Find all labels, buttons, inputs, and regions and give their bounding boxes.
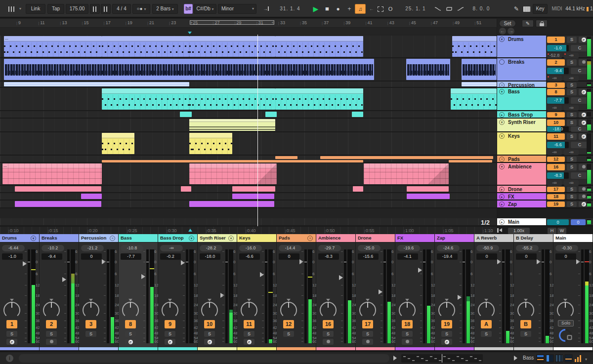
- fader-lane[interactable]: [186, 249, 188, 343]
- nudge-up-icon[interactable]: [101, 4, 111, 14]
- clip[interactable]: [189, 88, 275, 110]
- peak-level-display[interactable]: -0.30: [555, 245, 578, 251]
- main-pan-field[interactable]: 0: [571, 219, 586, 225]
- pan-knob[interactable]: [201, 302, 218, 319]
- solo-button[interactable]: S: [204, 331, 215, 337]
- track-header-synth-riser[interactable]: ▾Synth Riser10Se-18.0C: [497, 119, 593, 132]
- strip-name[interactable]: B Delay: [514, 234, 553, 242]
- pan-knob[interactable]: [162, 302, 178, 319]
- clip[interactable]: [352, 112, 363, 117]
- arrangement-position-display[interactable]: 31. 1. 4: [273, 4, 307, 14]
- fold-down-icon[interactable]: ▾: [499, 164, 505, 169]
- track-arm-number-button[interactable]: 2: [547, 59, 565, 66]
- clip[interactable]: [189, 36, 275, 57]
- fold-down-icon[interactable]: ▾: [499, 37, 505, 42]
- track-header-drone[interactable]: ▸Drone17S: [497, 186, 593, 193]
- volume-field[interactable]: -6.6: [239, 253, 260, 260]
- track-arm-number-button[interactable]: 8: [125, 320, 136, 328]
- track-arm-number-button[interactable]: 8: [547, 89, 565, 95]
- pan-field[interactable]: C: [571, 97, 589, 104]
- device-activator-button[interactable]: e: [6, 339, 17, 345]
- solo-button[interactable]: S: [402, 331, 413, 337]
- midi-clip-preview[interactable]: [401, 354, 483, 363]
- fader-lane[interactable]: [225, 249, 228, 343]
- solo-button[interactable]: S: [567, 82, 577, 88]
- clip[interactable]: [189, 133, 232, 154]
- fader-handle[interactable]: [141, 274, 145, 279]
- solo-button[interactable]: S: [46, 331, 57, 337]
- fold-play-icon[interactable]: ▸: [499, 202, 505, 207]
- mixer-strip-bass[interactable]: Bass-10.8-7.76061218243036424854608Se: [119, 234, 158, 352]
- fold-down-icon[interactable]: ▾: [499, 89, 505, 94]
- track-header-main[interactable]: ▸Main00: [497, 218, 593, 226]
- fold-down-icon[interactable]: ▾: [499, 120, 505, 125]
- solo-button[interactable]: S: [125, 331, 136, 337]
- loop-start-display[interactable]: 25. 1. 1: [399, 4, 432, 14]
- strip-name[interactable]: Bass Drop▾: [158, 234, 197, 242]
- track-arm-number-button[interactable]: 12: [283, 320, 294, 328]
- track-lane-ambience[interactable]: ...: [0, 163, 497, 186]
- time-ruler[interactable]: 0:100:150:200:250:300:350:400:450:500:55…: [0, 226, 497, 234]
- device-activator-button[interactable]: e: [441, 339, 452, 345]
- next-locator-icon[interactable]: →: [508, 28, 514, 35]
- track-arm-number-button[interactable]: 9: [547, 112, 565, 118]
- solo-button[interactable]: S: [481, 331, 492, 337]
- peak-level-display[interactable]: -25.0: [358, 245, 381, 251]
- track-arm-number-button[interactable]: 17: [362, 320, 373, 328]
- fader-lane[interactable]: [28, 249, 30, 343]
- solo-button[interactable]: S: [567, 202, 577, 207]
- prev-locator-icon[interactable]: ←: [499, 28, 506, 35]
- pan-knob[interactable]: [557, 302, 574, 319]
- mixer-strip-keys[interactable]: Keys-16.0-6.660612182430364248546011Se: [237, 234, 276, 352]
- fold-play-icon[interactable]: ▸: [499, 194, 505, 200]
- clip[interactable]: [275, 88, 363, 110]
- clip[interactable]: ...: [2, 163, 102, 184]
- track-arm-number-button[interactable]: 18: [547, 194, 565, 200]
- mixer-strip-breaks[interactable]: Breaks-10.2-9.46061218243036424854602S: [40, 234, 79, 352]
- track-lane-fx[interactable]: [0, 193, 497, 201]
- mixer-strip-bass-drop[interactable]: Bass Drop▾-∞-0.26061218243036424854609Se: [158, 234, 197, 352]
- track-arm-number-button[interactable]: 19: [441, 320, 452, 328]
- track-header-percussion[interactable]: ≡Percussion3S: [497, 81, 593, 88]
- fader-lane[interactable]: [304, 249, 307, 343]
- strip-name[interactable]: FX: [395, 234, 434, 242]
- send-a-field[interactable]: -∞: [547, 76, 562, 81]
- track-lane-bass[interactable]: [0, 88, 497, 111]
- track-arm-number-button[interactable]: 3: [547, 82, 565, 88]
- pan-field[interactable]: C: [571, 126, 589, 132]
- scale-root-select[interactable]: C#/Db ▾: [194, 4, 216, 14]
- fader-lane[interactable]: [581, 249, 584, 343]
- punch-out-icon[interactable]: [456, 4, 466, 14]
- pan-knob[interactable]: [43, 302, 60, 319]
- insert-marker-icon[interactable]: [188, 32, 192, 34]
- clip[interactable]: [406, 59, 450, 80]
- pan-knob[interactable]: [241, 302, 257, 319]
- midi-overdub-button[interactable]: ♫: [355, 4, 366, 14]
- fader-handle[interactable]: [339, 275, 343, 280]
- scale-name-select[interactable]: Minor ▾: [218, 4, 256, 14]
- clip[interactable]: [189, 163, 277, 184]
- clip[interactable]: [4, 59, 374, 80]
- volume-field[interactable]: -7.7: [121, 253, 141, 260]
- track-lane-zap[interactable]: [0, 201, 497, 208]
- fold-burger-icon[interactable]: ≡: [110, 236, 115, 241]
- capture-midi-icon[interactable]: O: [386, 4, 394, 14]
- peak-level-display[interactable]: -6.44: [2, 245, 25, 251]
- arm-dot-button[interactable]: [46, 339, 57, 345]
- solo-button[interactable]: S: [567, 59, 577, 66]
- solo-button[interactable]: S: [520, 331, 531, 337]
- clip[interactable]: [407, 186, 449, 192]
- send-b-field[interactable]: -∞: [564, 105, 579, 111]
- device-activator-button[interactable]: e: [204, 339, 215, 345]
- volume-field[interactable]: 0: [555, 253, 576, 260]
- strip-name[interactable]: Drone: [356, 234, 395, 242]
- clip[interactable]: [102, 160, 363, 163]
- track-lane-synth-riser[interactable]: [0, 119, 497, 132]
- solo-button[interactable]: S: [567, 187, 577, 192]
- track-lane-drums[interactable]: ...: [0, 36, 497, 58]
- track-arm-number-button[interactable]: 1: [6, 320, 17, 328]
- device-thumbnail[interactable]: [564, 354, 573, 363]
- clip[interactable]: [15, 186, 101, 192]
- peak-level-display[interactable]: -55.2: [516, 245, 539, 251]
- peak-level-display[interactable]: -29.7: [318, 245, 341, 251]
